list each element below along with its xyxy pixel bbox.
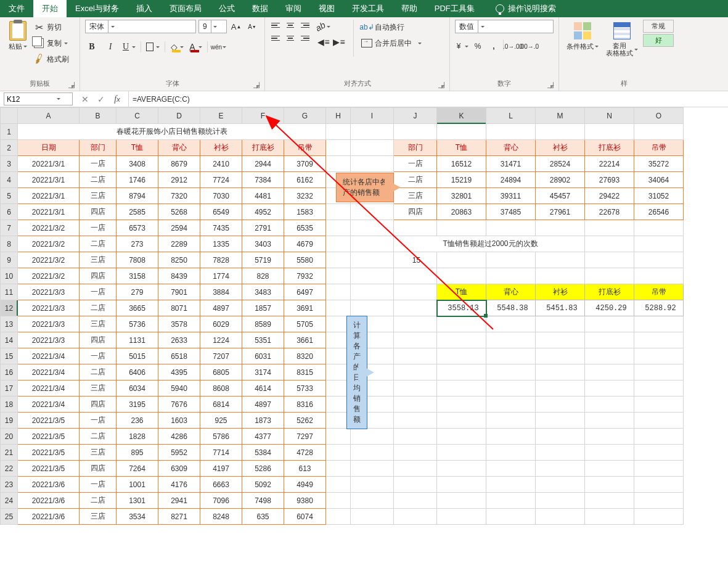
col-header-G[interactable]: G [284, 108, 326, 124]
cell-O21[interactable] [634, 445, 684, 461]
cell-A1[interactable]: 春暖花开服饰小店日销售额统计表 [18, 124, 326, 140]
cell-F7[interactable]: 2791 [242, 220, 284, 236]
cell-G10[interactable]: 7932 [284, 268, 326, 284]
cell-B14[interactable]: 四店 [80, 332, 117, 348]
cell-F3[interactable]: 2944 [242, 156, 284, 172]
cell-G2[interactable]: 吊带 [284, 140, 326, 156]
cell-M17[interactable] [536, 380, 585, 397]
cell-G8[interactable]: 4679 [284, 236, 326, 252]
cell-C13[interactable]: 5736 [117, 316, 158, 332]
cell-A18[interactable]: 20221/3/4 [18, 397, 80, 413]
cell-C8[interactable]: 273 [117, 236, 158, 252]
cell-M25[interactable] [536, 509, 585, 525]
cell-A22[interactable]: 20221/3/5 [18, 461, 80, 477]
col-header-B[interactable]: B [80, 108, 117, 124]
row-header-9[interactable]: 9 [1, 252, 18, 268]
cell-L14[interactable] [486, 332, 536, 348]
cell-K6[interactable]: 20863 [437, 204, 486, 220]
select-all-corner[interactable] [1, 108, 18, 124]
cell-C11[interactable]: 279 [117, 284, 158, 300]
cell-E22[interactable]: 4197 [200, 461, 242, 477]
cell-G25[interactable]: 6074 [284, 509, 326, 525]
cell-E2[interactable]: 衬衫 [200, 140, 242, 156]
cell-D13[interactable]: 3578 [158, 316, 200, 332]
tab-insert[interactable]: 插入 [128, 0, 161, 17]
cell-J13[interactable] [394, 316, 437, 332]
cell-K15[interactable] [437, 348, 486, 364]
cell-A15[interactable]: 20221/3/4 [18, 348, 80, 364]
row-header-14[interactable]: 14 [1, 332, 18, 348]
cell-C7[interactable]: 6573 [117, 220, 158, 236]
cell-H2[interactable] [326, 140, 351, 156]
decrease-font-button[interactable]: A▼ [245, 20, 259, 33]
cell-A19[interactable]: 20221/3/5 [18, 413, 80, 429]
cell-D15[interactable]: 6518 [158, 348, 200, 364]
cell-K17[interactable] [437, 380, 486, 397]
cell-B15[interactable]: 一店 [80, 348, 117, 364]
col-header-N[interactable]: N [585, 108, 634, 124]
cell-J20[interactable] [394, 429, 437, 445]
cell-B23[interactable]: 一店 [80, 477, 117, 493]
cell-G15[interactable]: 8320 [284, 348, 326, 364]
cell-G24[interactable]: 9380 [284, 493, 326, 509]
cell-C17[interactable]: 6034 [117, 380, 158, 397]
cell-F23[interactable]: 5092 [242, 477, 284, 493]
cell-N5[interactable]: 29422 [585, 188, 634, 204]
cell-B24[interactable]: 二店 [80, 493, 117, 509]
align-bottom-button[interactable] [298, 20, 311, 31]
cell-G22[interactable]: 613 [284, 461, 326, 477]
cell-I3[interactable] [351, 156, 394, 172]
cell-N16[interactable] [585, 364, 634, 380]
cell-H3[interactable] [326, 156, 351, 172]
cell-O10[interactable] [634, 268, 684, 284]
cell-A10[interactable]: 20221/3/2 [18, 268, 80, 284]
row-header-25[interactable]: 25 [1, 509, 18, 525]
cell-H8[interactable] [326, 236, 351, 252]
cell-G16[interactable]: 8315 [284, 364, 326, 380]
cell-G14[interactable]: 3661 [284, 332, 326, 348]
cell-C22[interactable]: 7264 [117, 461, 158, 477]
dialog-launcher-icon[interactable] [438, 82, 444, 88]
cell-M5[interactable]: 45457 [536, 188, 585, 204]
cell-H11[interactable] [326, 284, 351, 300]
cell-L3[interactable]: 31471 [486, 156, 536, 172]
cell-N24[interactable] [585, 493, 634, 509]
cell-J10[interactable] [394, 268, 437, 284]
format-as-table-button[interactable]: 套用 表格格式 [603, 20, 640, 58]
tab-view[interactable]: 视图 [310, 0, 343, 17]
cell-E9[interactable]: 7828 [200, 252, 242, 268]
cell-I11[interactable] [351, 284, 394, 300]
cell-J25[interactable] [394, 509, 437, 525]
row-header-23[interactable]: 23 [1, 477, 18, 493]
cell-O12[interactable]: 5288.92 [634, 300, 684, 316]
cell-O6[interactable]: 26546 [634, 204, 684, 220]
align-center-button[interactable] [284, 33, 297, 44]
cell-E11[interactable]: 3884 [200, 284, 242, 300]
cell-A21[interactable]: 20221/3/5 [18, 445, 80, 461]
cell-M13[interactable] [536, 316, 585, 332]
cell-B11[interactable]: 一店 [80, 284, 117, 300]
cell-O1[interactable] [634, 124, 684, 140]
orientation-button[interactable]: ab [317, 20, 330, 33]
cell-F4[interactable]: 7384 [242, 172, 284, 188]
cell-H24[interactable] [326, 493, 351, 509]
cell-J24[interactable] [394, 493, 437, 509]
row-header-17[interactable]: 17 [1, 380, 18, 397]
cell-O18[interactable] [634, 397, 684, 413]
cell-E7[interactable]: 7435 [200, 220, 242, 236]
cell-D24[interactable]: 2941 [158, 493, 200, 509]
col-header-D[interactable]: D [158, 108, 200, 124]
col-header-I[interactable]: I [351, 108, 394, 124]
cell-N13[interactable] [585, 316, 634, 332]
cell-F24[interactable]: 7498 [242, 493, 284, 509]
tab-pagelayout[interactable]: 页面布局 [161, 0, 210, 17]
row-header-11[interactable]: 11 [1, 284, 18, 300]
cell-F8[interactable]: 3403 [242, 236, 284, 252]
row-header-16[interactable]: 16 [1, 364, 18, 380]
cell-O24[interactable] [634, 493, 684, 509]
cell-K20[interactable] [437, 429, 486, 445]
cell-F19[interactable]: 1873 [242, 413, 284, 429]
row-header-21[interactable]: 21 [1, 445, 18, 461]
increase-font-button[interactable]: A▲ [229, 20, 243, 33]
cell-D23[interactable]: 4176 [158, 477, 200, 493]
